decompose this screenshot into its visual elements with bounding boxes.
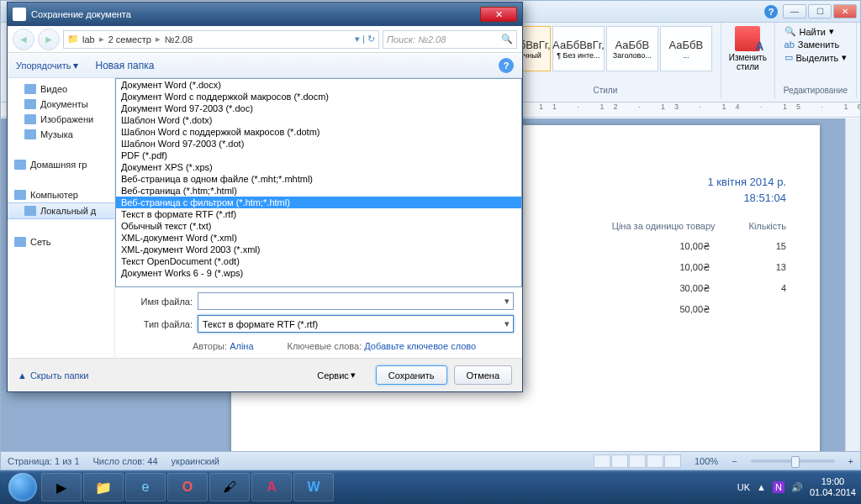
style-gallery-item[interactable]: АаБбВ... — [660, 26, 712, 71]
dialog-footer: ▲Скрыть папки Сервис ▾ Сохранить Отмена — [8, 358, 522, 391]
nav-forward-button[interactable]: ► — [38, 29, 60, 50]
status-words[interactable]: Число слов: 44 — [93, 456, 158, 466]
ribbon-group-label: Редактирование — [784, 86, 848, 95]
filetype-option[interactable]: Документ Word (*.docx) — [116, 79, 521, 91]
dialog-toolbar: Упорядочить ▾ Новая папка ? — [8, 53, 522, 78]
filetype-option[interactable]: Веб-страница в одном файле (*.mht;*.mhtm… — [116, 173, 521, 185]
tray-clock[interactable]: 19:0001.04.2014 — [810, 476, 856, 498]
maximize-icon[interactable]: ☐ — [808, 4, 832, 18]
filetype-option[interactable]: XML-документ Word (*.xml) — [116, 232, 521, 244]
taskbar-item-explorer[interactable]: 📁 — [83, 473, 124, 501]
nav-item[interactable]: Компьютер — [8, 187, 114, 202]
ribbon-group-editing: 🔍Найти ▾ abЗаменить ▭Выделить ▾ Редактир… — [775, 23, 857, 98]
cancel-button[interactable]: Отмена — [454, 365, 512, 385]
organize-button[interactable]: Упорядочить ▾ — [16, 60, 78, 71]
start-button[interactable] — [5, 470, 40, 504]
nav-item — [8, 142, 114, 157]
select-button[interactable]: ▭Выделить ▾ — [784, 52, 848, 63]
authors-value[interactable]: Аліна — [230, 341, 253, 351]
tags-value[interactable]: Добавьте ключевое слово — [364, 341, 476, 351]
nav-item[interactable]: Музыка — [8, 127, 114, 142]
style-gallery-item[interactable]: АаБбВвГг,¶ Без инте... — [552, 26, 605, 71]
statusbar: Страница: 1 из 1 Число слов: 44 украинск… — [1, 451, 860, 470]
filetype-option[interactable]: Обычный текст (*.txt) — [116, 220, 521, 232]
filetype-option[interactable]: Веб-страница (*.htm;*.html) — [116, 185, 521, 197]
zoom-plus-icon[interactable]: + — [848, 456, 853, 466]
minimize-icon[interactable]: — — [783, 4, 806, 18]
folder-icon — [14, 190, 26, 200]
help-icon[interactable]: ? — [764, 5, 778, 18]
nav-item[interactable]: Локальный д — [8, 202, 114, 219]
filetype-option[interactable]: Документ Works 6 - 9 (*.wps) — [116, 267, 521, 279]
dialog-close-button[interactable]: ✕ — [480, 7, 517, 22]
dialog-title: Сохранение документа — [31, 9, 131, 19]
taskbar-item-ie[interactable]: e — [125, 473, 166, 501]
system-tray[interactable]: UK ▲ N 🔊 19:0001.04.2014 — [737, 476, 856, 498]
filetype-dropdown-list[interactable]: Документ Word (*.docx)Документ Word с по… — [115, 78, 522, 287]
change-styles-icon — [735, 26, 760, 51]
nav-item[interactable]: Домашняя гр — [8, 157, 114, 172]
filetype-option[interactable]: XML-документ Word 2003 (*.xml) — [116, 244, 521, 255]
view-buttons[interactable] — [594, 454, 681, 468]
ribbon-group-change-styles: Изменить стили — [721, 23, 775, 98]
new-folder-button[interactable]: Новая папка — [95, 60, 154, 71]
taskbar-item-access[interactable]: A — [251, 473, 292, 501]
nav-back-button[interactable]: ◄ — [13, 29, 34, 50]
taskbar-item-word[interactable]: W — [293, 473, 334, 501]
filetype-option[interactable]: Текст OpenDocument (*.odt) — [116, 255, 521, 267]
filetype-option[interactable]: PDF (*.pdf) — [116, 150, 521, 161]
breadcrumb[interactable]: 📁 lab▸ 2 семестр▸ №2.08 ▾ | ↻ — [63, 30, 379, 49]
col-qty: Кількість — [748, 221, 786, 231]
hide-folders-button[interactable]: ▲Скрыть папки — [18, 370, 88, 381]
zoom-slider[interactable] — [751, 459, 835, 463]
style-gallery-item[interactable]: АаБбВЗаголово... — [606, 26, 658, 71]
status-language[interactable]: украинский — [172, 456, 219, 466]
change-styles-button[interactable]: Изменить стили — [727, 26, 768, 71]
nav-item — [8, 172, 114, 187]
search-input[interactable]: Поиск: №2.08 — [383, 30, 517, 49]
taskbar-item-paint[interactable]: 🖌 — [209, 473, 250, 501]
nav-item[interactable]: Видео — [8, 81, 114, 97]
status-zoom[interactable]: 100% — [695, 456, 718, 466]
filename-input[interactable] — [198, 292, 514, 310]
vertical-scrollbar[interactable] — [845, 118, 860, 451]
filetype-option[interactable]: Документ XPS (*.xps) — [116, 161, 521, 173]
tray-lang[interactable]: UK — [737, 482, 750, 492]
find-button[interactable]: 🔍Найти ▾ — [784, 26, 848, 37]
tray-flag-icon[interactable]: ▲ — [757, 482, 766, 492]
replace-button[interactable]: abЗаменить — [784, 39, 848, 50]
filetype-option[interactable]: Текст в формате RTF (*.rtf) — [116, 208, 521, 220]
chevron-up-icon: ▲ — [18, 370, 27, 381]
save-button[interactable]: Сохранить — [376, 365, 447, 385]
filetype-option[interactable]: Веб-страница с фильтром (*.htm;*.html) — [116, 197, 521, 208]
replace-icon: ab — [784, 39, 795, 50]
tags-label: Ключевые слова: — [288, 341, 362, 351]
tray-volume-icon[interactable]: 🔊 — [791, 482, 803, 493]
folder-icon — [24, 129, 36, 139]
folder-icon — [14, 160, 26, 170]
nav-item[interactable]: Сеть — [8, 234, 114, 249]
filetype-label: Тип файла: — [124, 319, 193, 329]
nav-pane: ВидеоДокументыИзображениМузыка Домашняя … — [8, 78, 115, 358]
windows-orb-icon — [8, 473, 37, 501]
taskbar-item-opera[interactable]: O — [167, 473, 208, 501]
tools-button[interactable]: Сервис ▾ — [317, 370, 356, 381]
status-page[interactable]: Страница: 1 из 1 — [8, 456, 80, 466]
filetype-option[interactable]: Шаблон Word с поддержкой макросов (*.dot… — [116, 126, 521, 138]
filetype-option[interactable]: Шаблон Word 97-2003 (*.dot) — [116, 138, 521, 150]
filetype-option[interactable]: Документ Word с поддержкой макросов (*.d… — [116, 91, 521, 102]
tray-onenote-icon[interactable]: N — [773, 481, 784, 493]
folder-icon — [24, 114, 36, 124]
filetype-combo[interactable]: Текст в формате RTF (*.rtf) — [198, 315, 514, 333]
zoom-minus-icon[interactable]: − — [732, 456, 737, 466]
close-icon[interactable]: ✕ — [833, 4, 857, 18]
dialog-icon — [13, 8, 26, 21]
filetype-option[interactable]: Документ Word 97-2003 (*.doc) — [116, 102, 521, 114]
taskbar-item-media[interactable]: ▶ — [41, 473, 82, 501]
filetype-option[interactable]: Шаблон Word (*.dotx) — [116, 114, 521, 126]
folder-icon — [24, 206, 36, 216]
nav-item[interactable]: Изображени — [8, 112, 114, 127]
help-icon[interactable]: ? — [499, 58, 514, 73]
taskbar: ▶ 📁 e O 🖌 A W UK ▲ N 🔊 19:0001.04.2014 — [0, 470, 861, 504]
nav-item[interactable]: Документы — [8, 97, 114, 112]
